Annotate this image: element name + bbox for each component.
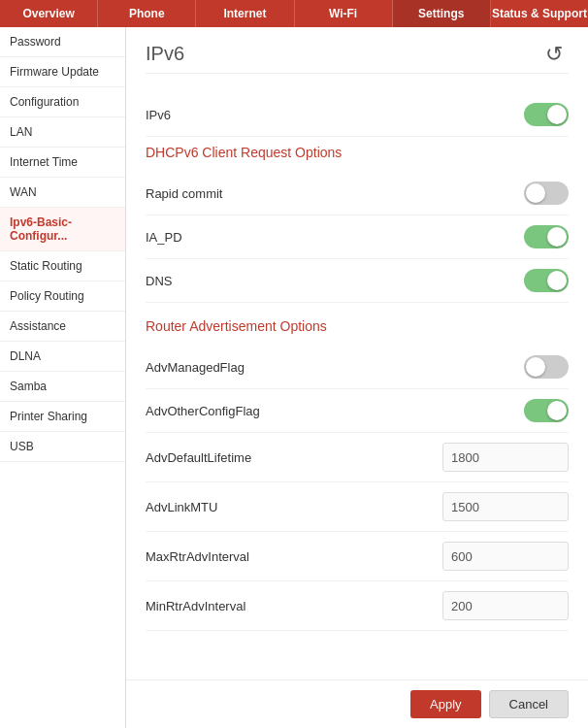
max-rtr-adv-interval-label: MaxRtrAdvInterval	[146, 549, 249, 564]
sidebar-item-printer-sharing[interactable]: Printer Sharing	[0, 402, 125, 432]
ia-pd-toggle[interactable]	[524, 225, 569, 248]
main-content: IPv6 ↺ IPv6 DHCPv6 Client Request Option…	[126, 27, 588, 728]
ia-pd-label: IA_PD	[146, 230, 182, 245]
top-navigation: Overview Phone Internet Wi-Fi Settings S…	[0, 0, 588, 27]
min-rtr-adv-interval-label: MinRtrAdvInterval	[146, 599, 245, 613]
dns-label: DNS	[146, 274, 172, 288]
sidebar-item-wan[interactable]: WAN	[0, 178, 125, 208]
sidebar-item-password[interactable]: Password	[0, 27, 125, 57]
ipv6-toggle[interactable]	[524, 103, 569, 126]
dhcpv6-section-title: DHCPv6 Client Request Options	[146, 145, 569, 160]
adv-other-config-flag-toggle[interactable]	[524, 399, 569, 422]
adv-default-lifetime-row: AdvDefaultLifetime	[146, 433, 569, 482]
nav-phone[interactable]: Phone	[98, 0, 196, 27]
router-adv-section-title: Router Advertisement Options	[146, 318, 569, 334]
adv-default-lifetime-input[interactable]	[442, 443, 569, 472]
min-rtr-adv-interval-row: MinRtrAdvInterval	[146, 581, 569, 631]
nav-overview[interactable]: Overview	[0, 0, 98, 27]
nav-wifi[interactable]: Wi-Fi	[295, 0, 393, 27]
sidebar-item-dlna[interactable]: DLNA	[0, 342, 125, 372]
adv-managed-flag-row: AdvManagedFlag	[146, 346, 569, 389]
adv-link-mtu-input[interactable]	[442, 492, 569, 521]
adv-other-config-flag-label: AdvOtherConfigFlag	[146, 404, 260, 418]
sidebar-item-configuration[interactable]: Configuration	[0, 87, 125, 117]
sidebar-item-ipv6-basic-config[interactable]: Ipv6-Basic-Configur...	[0, 208, 125, 251]
adv-link-mtu-row: AdvLinkMTU	[146, 482, 569, 532]
apply-button[interactable]: Apply	[410, 690, 481, 718]
nav-internet[interactable]: Internet	[196, 0, 294, 27]
cancel-button[interactable]: Cancel	[489, 690, 569, 718]
rapid-commit-toggle[interactable]	[524, 182, 569, 205]
sidebar-item-internet-time[interactable]: Internet Time	[0, 148, 125, 178]
dns-toggle[interactable]	[524, 269, 569, 292]
dns-row: DNS	[146, 259, 569, 303]
adv-other-config-flag-row: AdvOtherConfigFlag	[146, 389, 569, 433]
rapid-commit-row: Rapid commit	[146, 172, 569, 215]
rapid-commit-label: Rapid commit	[146, 186, 222, 201]
ipv6-label: IPv6	[146, 108, 171, 122]
sidebar-item-assistance[interactable]: Assistance	[0, 312, 125, 342]
sidebar-item-firmware-update[interactable]: Firmware Update	[0, 57, 125, 87]
sidebar-item-policy-routing[interactable]: Policy Routing	[0, 281, 125, 312]
sidebar-item-samba[interactable]: Samba	[0, 372, 125, 402]
sidebar-item-usb[interactable]: USB	[0, 432, 125, 462]
nav-status-support[interactable]: Status & Support	[491, 0, 588, 27]
adv-managed-flag-label: AdvManagedFlag	[146, 360, 245, 375]
max-rtr-adv-interval-row: MaxRtrAdvInterval	[146, 532, 569, 581]
adv-managed-flag-toggle[interactable]	[524, 355, 569, 379]
adv-link-mtu-label: AdvLinkMTU	[146, 500, 217, 514]
page-header: IPv6 ↺	[146, 42, 569, 74]
adv-default-lifetime-label: AdvDefaultLifetime	[146, 450, 251, 465]
sidebar-item-static-routing[interactable]: Static Routing	[0, 251, 125, 281]
max-rtr-adv-interval-input[interactable]	[442, 542, 569, 571]
reset-icon[interactable]: ↺	[545, 42, 569, 65]
page-title: IPv6	[146, 43, 184, 65]
sidebar: Password Firmware Update Configuration L…	[0, 27, 126, 728]
ipv6-row: IPv6	[146, 93, 569, 137]
sidebar-item-lan[interactable]: LAN	[0, 117, 125, 148]
button-bar: Apply Cancel	[126, 679, 588, 728]
min-rtr-adv-interval-input[interactable]	[442, 591, 569, 620]
nav-settings[interactable]: Settings	[393, 0, 491, 27]
ia-pd-row: IA_PD	[146, 215, 569, 259]
